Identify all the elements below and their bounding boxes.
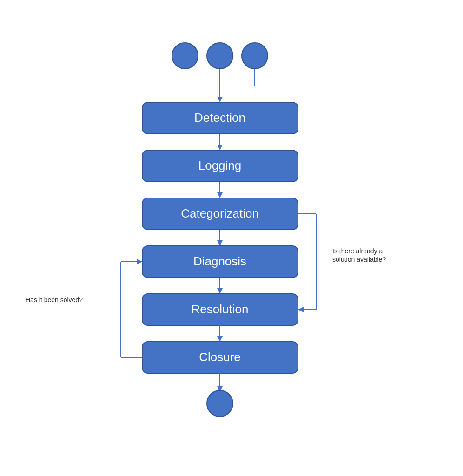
annotation-left: Has it been solved? [26,296,83,304]
arrow-to-cat [217,192,223,198]
annotation-right-line1: Is there already a [332,247,383,255]
start-circle-1 [172,43,198,69]
feedback-left-arrow [137,259,142,264]
start-circle-2 [207,43,233,69]
arrow-to-logging [217,145,223,150]
categorization-label: Categorization [181,206,259,220]
annotation-right-line2: solution available? [332,256,386,263]
start-circle-3 [242,43,268,69]
closure-label: Closure [199,350,241,364]
arrow-to-close [217,336,223,342]
arrow-to-diag [217,240,223,246]
end-circle [207,390,233,416]
detection-label: Detection [194,111,245,125]
arrow-detection [217,97,223,102]
logging-label: Logging [198,159,242,172]
diagnosis-label: Diagnosis [193,254,246,268]
resolution-label: Resolution [192,302,249,316]
feedback-right-arrow [298,307,304,312]
arrow-to-res [217,288,223,294]
